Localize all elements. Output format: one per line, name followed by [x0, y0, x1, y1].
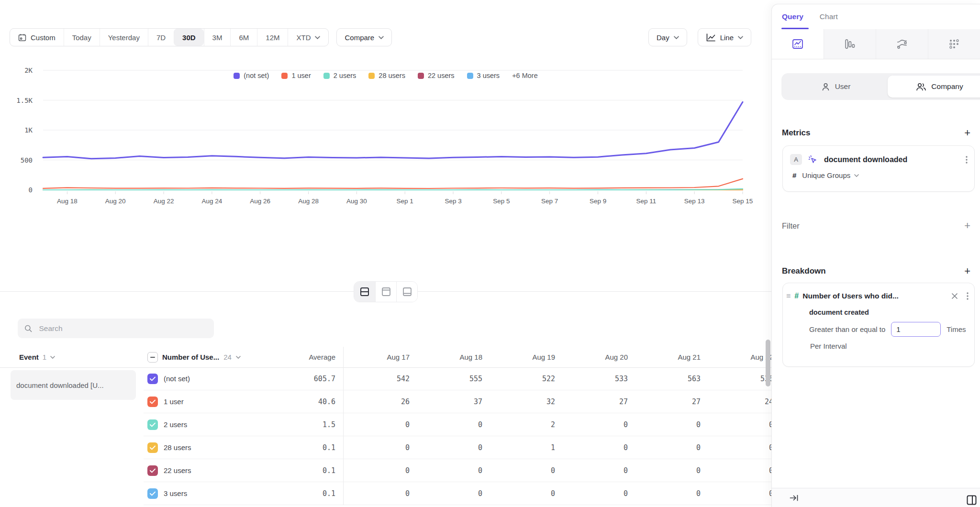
- times-value-input[interactable]: [891, 322, 941, 337]
- check-icon: [150, 491, 156, 496]
- metric-event-name[interactable]: document downloaded: [824, 155, 959, 164]
- metrics-title: Metrics: [782, 128, 811, 138]
- breakdown-section-header: Breakdown +: [782, 266, 970, 276]
- metric-measure-row: # Unique Groups: [783, 165, 974, 179]
- group-column-header: Number of Use... 24: [144, 347, 263, 367]
- hash-icon: #: [792, 171, 796, 179]
- side-panel-toggle-button[interactable]: [966, 495, 977, 506]
- times-unit-label: Times: [947, 325, 966, 333]
- tab-chart[interactable]: Chart: [820, 12, 838, 21]
- row-checkbox[interactable]: [147, 397, 158, 407]
- row-value: 0: [562, 413, 635, 436]
- svg-text:Aug 26: Aug 26: [250, 198, 270, 205]
- row-label: 1 user: [164, 397, 184, 406]
- row-value: 0: [489, 459, 562, 482]
- tab-query[interactable]: Query: [782, 12, 803, 21]
- event-column-spacer: [0, 436, 144, 459]
- user-company-toggle: User Company: [781, 73, 980, 100]
- measure-select[interactable]: Unique Groups: [802, 171, 859, 179]
- svg-text:Sep 9: Sep 9: [590, 198, 606, 205]
- panel-icon: [966, 495, 977, 506]
- collapse-sidebar-button[interactable]: [790, 494, 798, 502]
- row-value: 0: [344, 436, 416, 459]
- tab-flow-chart[interactable]: [876, 29, 928, 59]
- tab-more-charts[interactable]: [928, 29, 980, 59]
- svg-text:Aug 22: Aug 22: [154, 198, 174, 205]
- row-average: 1.5: [263, 413, 344, 436]
- toggle-user[interactable]: User: [784, 76, 888, 98]
- row-checkbox[interactable]: [147, 442, 158, 453]
- line-chart-icon: [706, 33, 716, 42]
- range-6m-button[interactable]: 6M: [230, 29, 257, 46]
- svg-text:1K: 1K: [24, 126, 33, 134]
- row-value: 0: [489, 482, 562, 505]
- tab-line-chart[interactable]: [772, 29, 824, 59]
- interval-select[interactable]: Day: [648, 28, 687, 46]
- add-filter-button[interactable]: +: [964, 220, 970, 231]
- date-column-header: Aug 22: [707, 347, 771, 367]
- row-value: 0: [635, 482, 707, 505]
- row-value: 0: [707, 413, 771, 436]
- per-interval-label[interactable]: Per Interval: [783, 337, 974, 350]
- range-30d-button[interactable]: 30D: [174, 29, 204, 46]
- svg-text:Sep 13: Sep 13: [684, 198, 705, 205]
- svg-text:Sep 1: Sep 1: [397, 198, 413, 205]
- select-all-checkbox[interactable]: [147, 352, 158, 363]
- range-7d-button[interactable]: 7D: [148, 29, 174, 46]
- row-value: 26: [344, 390, 416, 413]
- user-label: User: [835, 82, 851, 91]
- row-average: 605.7: [263, 367, 344, 390]
- row-value: 0: [707, 436, 771, 459]
- line-chart-tab-icon: [791, 38, 804, 50]
- row-value: 0: [416, 482, 489, 505]
- table-scrollbar[interactable]: [766, 340, 770, 386]
- breakdown-property-name[interactable]: Number of Users who did...: [802, 292, 947, 300]
- layout-split-button[interactable]: [354, 282, 375, 302]
- range-3m-button[interactable]: 3M: [204, 29, 231, 46]
- svg-text:Sep 5: Sep 5: [493, 198, 510, 205]
- top-bar-icon: [381, 287, 391, 297]
- row-value: 542: [344, 367, 416, 390]
- analytics-app: Custom Today Yesterday 7D 30D 3M 6M 12M …: [0, 0, 980, 507]
- layout-chart-bottom-button[interactable]: [396, 282, 417, 302]
- svg-text:Aug 30: Aug 30: [346, 198, 367, 205]
- group-count: 24: [223, 353, 232, 361]
- breakdown-card: ≡ # Number of Users who did... document …: [782, 283, 975, 367]
- event-column-header[interactable]: Event 1: [0, 347, 144, 367]
- row-checkbox[interactable]: [147, 465, 158, 476]
- remove-breakdown-button[interactable]: [951, 293, 958, 299]
- row-value: 533: [562, 367, 635, 390]
- chart-type-select[interactable]: Line: [698, 28, 751, 46]
- compare-button[interactable]: Compare: [336, 28, 392, 46]
- event-cell[interactable]: document downloaded [U...: [11, 370, 136, 400]
- range-12m-button[interactable]: 12M: [257, 29, 288, 46]
- range-yesterday-button[interactable]: Yesterday: [100, 29, 148, 46]
- row-value: 0: [344, 413, 416, 436]
- layout-chart-top-button[interactable]: [375, 282, 396, 302]
- breakdown-event-name[interactable]: document created: [783, 300, 974, 316]
- range-today-button[interactable]: Today: [64, 29, 100, 46]
- row-label: (not set): [164, 375, 190, 383]
- add-metric-button[interactable]: +: [964, 128, 970, 138]
- svg-text:Sep 7: Sep 7: [541, 198, 558, 205]
- metric-kebab-menu[interactable]: [966, 156, 968, 164]
- add-breakdown-button[interactable]: +: [964, 266, 970, 276]
- flow-chart-tab-icon: [896, 38, 908, 50]
- drag-handle-icon[interactable]: ≡: [786, 292, 791, 300]
- search-input[interactable]: [38, 324, 207, 333]
- row-checkbox[interactable]: [147, 419, 158, 430]
- range-xtd-button[interactable]: XTD: [288, 29, 328, 46]
- range-custom-button[interactable]: Custom: [10, 29, 64, 46]
- row-value: 0: [344, 459, 416, 482]
- tab-bar-chart[interactable]: [824, 29, 876, 59]
- table-row: 22 users0.1000000: [0, 459, 771, 482]
- svg-text:Aug 20: Aug 20: [105, 198, 126, 205]
- row-value: 0: [562, 436, 635, 459]
- toggle-company[interactable]: Company: [888, 76, 980, 98]
- svg-text:Aug 24: Aug 24: [201, 198, 222, 205]
- row-checkbox[interactable]: [147, 374, 158, 384]
- row-value: 0: [416, 413, 489, 436]
- metric-card: A document downloaded # Unique Groups: [782, 145, 975, 192]
- row-checkbox[interactable]: [147, 488, 158, 499]
- breakdown-kebab-menu[interactable]: [967, 292, 969, 300]
